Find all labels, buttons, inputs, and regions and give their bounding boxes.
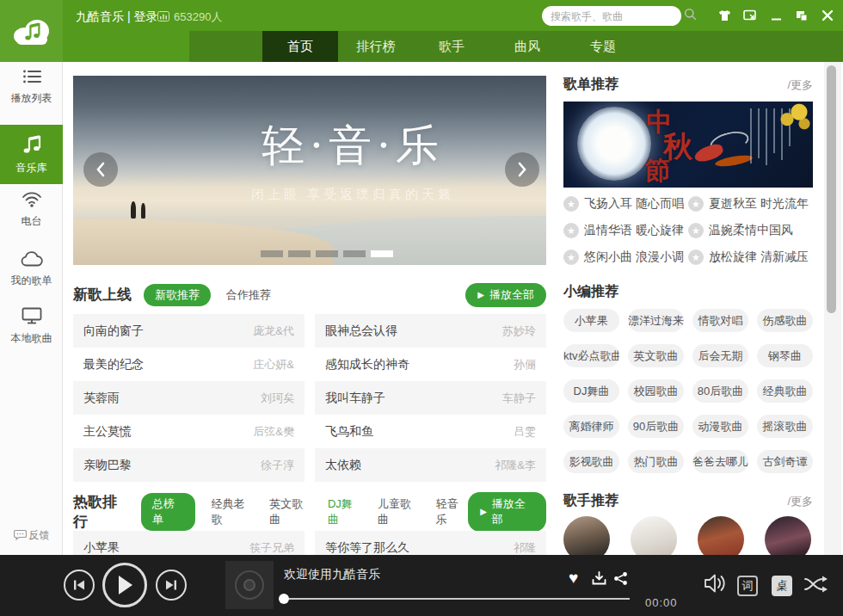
sidebar-item-my-playlists[interactable]: 我的歌单 <box>0 251 63 288</box>
hot-tab-overall[interactable]: 总榜单 <box>141 493 195 531</box>
song-row[interactable]: 向南的窗子庞龙&代 <box>73 314 305 348</box>
song-row[interactable]: 亲吻巴黎徐子淳 <box>73 448 305 482</box>
tag-button[interactable]: 后会无期 <box>692 344 748 367</box>
tag-button[interactable]: 伤感歌曲 <box>757 309 813 332</box>
song-row[interactable]: 太依赖祁隆&李 <box>315 448 546 482</box>
volume-icon[interactable] <box>704 572 728 594</box>
carousel-dot-3[interactable] <box>316 250 338 257</box>
artist-rec-more-link[interactable]: /更多 <box>787 494 813 509</box>
playlist-rec-more-link[interactable]: /更多 <box>787 77 813 93</box>
new-songs-play-all-button[interactable]: ▶播放全部 <box>465 283 546 307</box>
new-songs-tab-partner[interactable]: 合作推荐 <box>226 287 271 303</box>
tag-button[interactable]: 漂洋过海来 <box>628 309 684 332</box>
search-box[interactable] <box>542 6 681 26</box>
skin-icon[interactable] <box>717 9 731 22</box>
play-button[interactable] <box>102 563 147 607</box>
hot-songs-play-all-button[interactable]: ▶播放全部 <box>468 492 546 532</box>
hot-tab-dj[interactable]: DJ舞曲 <box>328 496 362 527</box>
tag-button[interactable]: 80后歌曲 <box>692 379 748 403</box>
sidebar-item-music-library[interactable]: 音乐库 <box>0 125 63 184</box>
sidebar-item-label: 音乐库 <box>0 161 63 176</box>
player-bar: 欢迎使用九酷音乐 ♥ 00:00 词 桌 <box>0 555 843 616</box>
progress-bar[interactable] <box>280 598 630 600</box>
sidebar-item-local-songs[interactable]: 本地歌曲 <box>0 307 63 346</box>
hot-tab-light-music[interactable]: 轻音乐 <box>436 496 468 527</box>
maximize-icon[interactable] <box>795 9 809 22</box>
mini-mode-icon[interactable] <box>743 9 757 22</box>
tag-button[interactable]: 90后歌曲 <box>628 415 684 438</box>
playlist-link[interactable]: ★温情华语 暖心旋律 <box>563 223 688 238</box>
shuffle-icon[interactable] <box>803 574 829 594</box>
tag-button[interactable]: DJ舞曲 <box>563 379 619 403</box>
tag-button[interactable]: 校园歌曲 <box>628 379 684 403</box>
mid-autumn-banner[interactable]: 中 秋 節 <box>563 102 813 188</box>
scrollbar-thumb[interactable] <box>827 65 836 313</box>
album-art[interactable] <box>225 561 274 609</box>
carousel-banner[interactable]: 轻·音·乐 闭上眼 享受返璞归真的天籁 <box>73 76 546 265</box>
tag-button[interactable]: 影视歌曲 <box>563 450 619 473</box>
desktop-lyrics-button[interactable]: 桌 <box>772 576 792 596</box>
hot-tab-classics[interactable]: 经典老歌 <box>211 496 254 527</box>
new-songs-tab-recommended[interactable]: 新歌推荐 <box>144 284 211 306</box>
playlist-link[interactable]: ★放松旋律 清新减压 <box>688 249 813 265</box>
artist-rec-title: 歌手推荐 <box>563 492 618 510</box>
moon-art <box>577 107 651 181</box>
playlist-link[interactable]: ★温婉柔情中国风 <box>688 223 813 238</box>
carousel-dot-1[interactable] <box>261 250 283 257</box>
song-row[interactable]: 我叫车静子车静子 <box>315 381 546 415</box>
search-icon[interactable] <box>684 8 697 24</box>
carousel-dot-4[interactable] <box>343 250 366 257</box>
previous-track-button[interactable] <box>64 570 95 601</box>
song-row[interactable]: 主公莫慌后弦&樊 <box>73 415 305 448</box>
song-row[interactable]: 飞鸟和鱼吕雯 <box>315 415 546 448</box>
playlist-link[interactable]: ★悠闲小曲 浪漫小调 <box>563 249 688 265</box>
feedback-button[interactable]: 反馈 <box>0 528 63 543</box>
scrollbar-track[interactable] <box>824 62 841 555</box>
tag-button[interactable]: 摇滚歌曲 <box>757 415 813 438</box>
share-icon[interactable] <box>613 571 628 586</box>
carousel-dot-5[interactable] <box>371 250 393 257</box>
lyrics-button[interactable]: 词 <box>737 576 758 596</box>
song-row[interactable]: 感知成长的神奇孙俪 <box>315 348 546 381</box>
tag-button[interactable]: 动漫歌曲 <box>692 415 748 438</box>
app-title-login[interactable]: 九酷音乐 | 登录 <box>76 9 157 25</box>
nav-tab-genres[interactable]: 曲风 <box>489 31 565 62</box>
close-icon[interactable] <box>821 9 834 22</box>
progress-knob[interactable] <box>279 594 289 604</box>
nav-tab-home[interactable]: 首页 <box>262 31 338 62</box>
tag-button[interactable]: 古剑奇谭 <box>757 450 813 473</box>
tag-button[interactable]: 英文歌曲 <box>628 344 684 367</box>
carousel-prev-arrow[interactable] <box>83 152 118 187</box>
song-row[interactable]: 最美的纪念庄心妍& <box>73 348 305 381</box>
nav-tab-artists[interactable]: 歌手 <box>414 31 489 62</box>
search-input[interactable] <box>551 10 684 22</box>
minimize-icon[interactable] <box>769 9 783 22</box>
tag-button[interactable]: 情歌对唱 <box>692 309 748 332</box>
hot-tab-children[interactable]: 儿童歌曲 <box>378 496 421 527</box>
hot-tab-english[interactable]: 英文歌曲 <box>269 496 312 527</box>
tag-button[interactable]: 离婚律师 <box>563 415 619 438</box>
tag-button[interactable]: 钢琴曲 <box>757 344 813 367</box>
song-row[interactable]: 眼神总会认得苏妙玲 <box>315 314 546 348</box>
app-logo[interactable] <box>0 0 63 62</box>
online-listeners: 653290人 <box>157 9 222 25</box>
tag-button[interactable]: ktv必点歌曲 <box>563 344 619 367</box>
song-row[interactable]: 芙蓉雨刘珂矣 <box>73 381 305 415</box>
next-track-button[interactable] <box>156 570 187 601</box>
carousel-dot-2[interactable] <box>288 250 311 257</box>
sidebar-item-radio[interactable]: 电台 <box>0 191 63 229</box>
nav-tab-topics[interactable]: 专题 <box>565 31 641 62</box>
tag-button[interactable]: 热门歌曲 <box>628 450 684 473</box>
tag-button[interactable]: 爸爸去哪儿 <box>692 450 748 473</box>
playlist-link[interactable]: ★夏逝秋至 时光流年 <box>688 196 813 212</box>
sidebar-item-playlist[interactable]: 播放列表 <box>0 69 63 106</box>
tag-button[interactable]: 经典歌曲 <box>757 379 813 403</box>
favorite-icon[interactable]: ♥ <box>569 569 578 588</box>
sidebar-item-label: 电台 <box>0 214 63 229</box>
carousel-next-arrow[interactable] <box>505 152 539 187</box>
download-icon[interactable] <box>592 571 606 586</box>
playlist-link[interactable]: ★飞扬入耳 随心而唱 <box>563 196 688 212</box>
carousel-caption: 轻·音·乐 闭上眼 享受返璞归真的天籁 <box>232 117 473 203</box>
tag-button[interactable]: 小苹果 <box>563 309 619 332</box>
nav-tab-charts[interactable]: 排行榜 <box>338 31 414 62</box>
